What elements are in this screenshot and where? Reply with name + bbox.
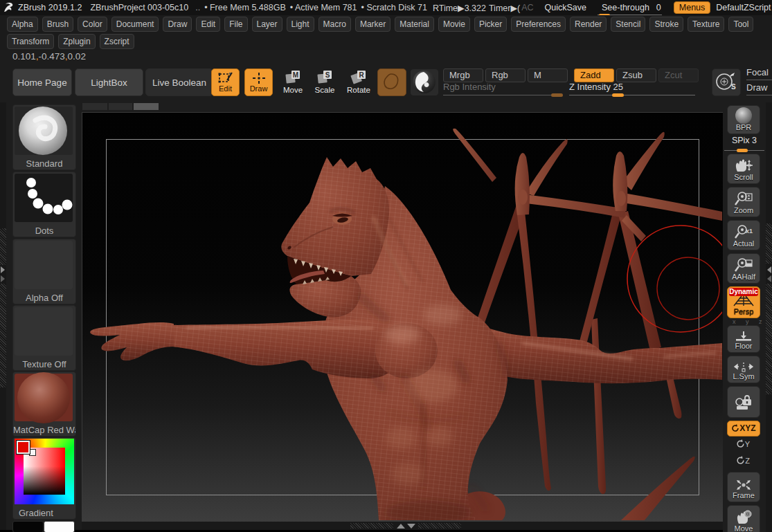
main-color-swatch[interactable] (12, 521, 44, 532)
live-boolean-button[interactable]: Live Boolean (145, 68, 213, 96)
menu-item-texture[interactable]: Texture (688, 17, 724, 32)
focal-shift-slider[interactable]: Focal (746, 67, 772, 81)
menu-item-tool[interactable]: Tool (728, 17, 753, 32)
menu-item-preferences[interactable]: Preferences (511, 17, 566, 32)
menu-item-zscript[interactable]: Zscript (100, 34, 134, 49)
timer: Timer▶( (489, 3, 520, 13)
menu-item-edit[interactable]: Edit (196, 17, 220, 32)
menu-item-material[interactable]: Material (395, 17, 434, 32)
secondary-color-swatch[interactable] (44, 521, 75, 532)
sculpt-model (82, 113, 722, 520)
menu-item-file[interactable]: File (224, 17, 247, 32)
free-mem: • Free Mem 5.488GB (204, 3, 286, 12)
menu-item-movie[interactable]: Movie (438, 17, 470, 32)
frame-button[interactable]: Frame (727, 472, 760, 502)
m-button[interactable]: M (528, 68, 568, 82)
menus-button[interactable]: Menus (674, 1, 711, 14)
menu-item-brush[interactable]: Brush (42, 17, 73, 32)
camera-lock-button[interactable] (727, 386, 760, 418)
lightbox-button[interactable]: LightBox (75, 68, 143, 96)
menu-item-picker[interactable]: Picker (474, 17, 507, 32)
rotate-xyz-button[interactable]: XYZ (727, 421, 760, 437)
menu-item-light[interactable]: Light (287, 17, 314, 32)
lsym-button[interactable]: L.Sym (727, 356, 760, 383)
left-scroll-up-arrow[interactable] (1, 266, 5, 273)
zoom-button[interactable]: Zoom (727, 187, 760, 217)
sv-cursor (29, 449, 36, 456)
rotate-z-button[interactable]: Z (733, 456, 753, 470)
edit-button[interactable]: Edit (211, 68, 240, 96)
rotate-y-button[interactable]: Y (733, 439, 753, 453)
rotate-button[interactable]: R Rotate (345, 70, 372, 96)
see-through-slider[interactable]: See-through (602, 3, 649, 12)
default-zscript[interactable]: DefaultZScript (716, 3, 771, 12)
menu-item-zplugin[interactable]: Zplugin (58, 34, 95, 49)
draw-button[interactable]: Draw (244, 68, 273, 96)
focal-shift-button[interactable]: S (712, 68, 741, 96)
zsub-button[interactable]: Zsub (616, 68, 656, 82)
scale-button[interactable]: S Scale (312, 70, 338, 96)
mrgb-button[interactable]: Mrgb (443, 68, 483, 82)
home-page-button[interactable]: Home Page (12, 68, 72, 96)
texture-selector[interactable]: Texture Off (12, 305, 76, 371)
menu-bar-row1: Alpha Brush Color Document Draw Edit Fil… (0, 15, 772, 33)
left-scroll-down-arrow[interactable] (1, 275, 5, 282)
menu-item-macro[interactable]: Macro (318, 17, 351, 32)
rgb-button[interactable]: Rgb (485, 68, 526, 82)
zadd-button[interactable]: Zadd (574, 68, 614, 82)
floor-button[interactable]: Floor (727, 325, 760, 353)
move-button[interactable]: M Move (280, 70, 306, 96)
left-scrollbar[interactable] (0, 102, 6, 532)
hscroll-up-arrow[interactable] (397, 524, 405, 529)
canvas-hscroll-thumb[interactable] (134, 103, 159, 110)
canvas-hscroll-bottom[interactable] (82, 522, 723, 530)
menu-item-layer[interactable]: Layer (252, 17, 282, 32)
aahalf-button[interactable]: AAHalf (727, 253, 760, 284)
menu-item-stroke[interactable]: Stroke (649, 17, 683, 32)
menu-item-render[interactable]: Render (570, 17, 607, 32)
material-preview-button[interactable] (410, 68, 439, 96)
z-intensity-slider[interactable]: Z Intensity 25 (569, 82, 695, 95)
scroll-button[interactable]: Scroll (727, 154, 760, 184)
right-scroll-up-arrow[interactable] (767, 266, 771, 273)
quicksave-button[interactable]: QuickSave (545, 3, 586, 12)
stroke-preview-button[interactable] (377, 68, 406, 96)
right-scrollbar[interactable] (766, 102, 772, 532)
menu-item-document[interactable]: Document (111, 17, 159, 32)
stroke-selector[interactable]: Dots (12, 172, 76, 237)
alpha-selector[interactable]: Alpha Off (12, 239, 76, 304)
hscroll-down-arrow[interactable] (407, 524, 415, 529)
menu-item-transform[interactable]: Transform (7, 34, 54, 49)
xyz-mini-toggles[interactable]: x y z (733, 318, 767, 325)
rtime: RTime▶3.322 (433, 3, 486, 13)
viewport-canvas[interactable] (82, 112, 724, 522)
rgb-intensity-slider[interactable]: Rgb Intensity (443, 82, 562, 95)
zoom-icon (734, 191, 753, 206)
menu-item-alpha[interactable]: Alpha (7, 17, 38, 32)
brush-selector[interactable]: Standard (12, 104, 76, 170)
menu-item-draw[interactable]: Draw (163, 17, 192, 32)
persp-button[interactable]: Dynamic Persp (727, 286, 760, 318)
draw-size-slider[interactable]: Draw (746, 82, 772, 96)
wing-spikes (453, 129, 722, 520)
title-dots: .. (195, 3, 200, 12)
color-picker[interactable]: Gradient (12, 437, 76, 520)
menu-item-stencil[interactable]: Stencil (611, 17, 645, 32)
sv-square[interactable] (24, 448, 65, 495)
canvas-hscroll-top[interactable] (82, 103, 724, 111)
material-selector[interactable]: MatCap Red Wax (12, 372, 76, 437)
zcut-button[interactable]: Zcut (658, 68, 699, 82)
bpr-button[interactable]: BPR (727, 105, 760, 134)
actual-button[interactable]: x1 Actual (727, 220, 760, 250)
spix-slider[interactable]: SPix 3 (724, 136, 764, 149)
zbrush-window: ZBrush 2019.1.2 ZBrushProject 003-05c10 … (0, 0, 772, 532)
frame-icon (735, 477, 752, 491)
menu-item-marker[interactable]: Marker (355, 17, 391, 32)
hue-ring[interactable] (15, 439, 74, 504)
right-scroll-down-arrow[interactable] (767, 275, 771, 282)
menu-item-color[interactable]: Color (78, 17, 107, 32)
coordinates-readout: 0.101,-0.473,0.02 (12, 51, 86, 62)
svg-text:S: S (731, 83, 736, 91)
title-bar: ZBrush 2019.1.2 ZBrushProject 003-05c10 … (0, 0, 772, 15)
move-nav-button[interactable]: Move (727, 505, 760, 532)
